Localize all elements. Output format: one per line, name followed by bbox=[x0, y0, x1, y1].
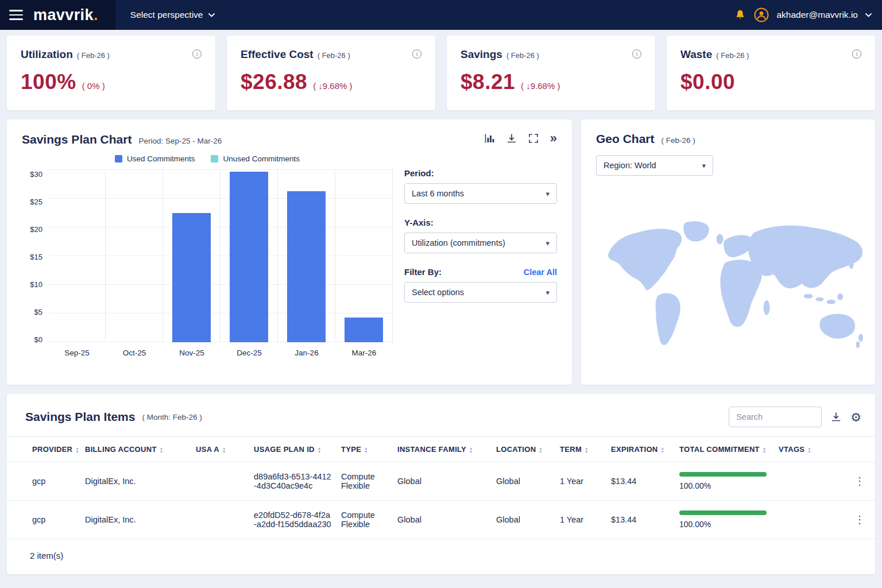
column-header-type[interactable]: TYPE▲▼ bbox=[336, 437, 393, 462]
kpi-delta: ( ↓9.68% ) bbox=[313, 81, 352, 91]
chart-bar[interactable] bbox=[230, 172, 268, 342]
items-table-title: Savings Plan Items bbox=[25, 410, 135, 424]
column-header-usage-account[interactable]: USA A▲▼ bbox=[191, 437, 249, 462]
column-header-expiration[interactable]: EXPIRATION▲▼ bbox=[606, 437, 675, 462]
cell-total-commitment: 100.00% bbox=[675, 462, 774, 501]
row-menu-icon[interactable]: ⋮ bbox=[854, 475, 865, 487]
column-header-instance-family[interactable]: INSTANCE FAMILY▲▼ bbox=[393, 437, 492, 462]
table-header-row: PROVIDER▲▼ BILLING ACCOUNT▲▼ USA A▲▼ USA… bbox=[7, 437, 875, 462]
chart-title: Savings Plan Chart bbox=[22, 133, 131, 146]
chart-bar[interactable] bbox=[172, 213, 211, 342]
commitment-percent-label: 100.00% bbox=[679, 481, 769, 490]
y-tick-label: $15 bbox=[30, 254, 42, 261]
app-logo[interactable]: mavvrik. bbox=[33, 6, 98, 24]
column-header-vtags[interactable]: VTAGS▲▼ bbox=[774, 437, 844, 462]
x-tick-label: Jan-26 bbox=[278, 349, 335, 357]
sort-icon[interactable]: ▲▼ bbox=[222, 447, 226, 454]
kpi-card-utilization: Utilization( Feb-26 ) i 100%( 0% ) bbox=[7, 36, 215, 110]
perspective-selector[interactable]: Select perspective bbox=[130, 10, 215, 20]
user-email[interactable]: akhader@mavvrik.io bbox=[776, 10, 858, 20]
notifications-bell-icon[interactable] bbox=[734, 9, 746, 21]
cell-billing-account: DigitalEx, Inc. bbox=[80, 501, 191, 539]
row-menu-icon[interactable]: ⋮ bbox=[854, 514, 865, 525]
column-header-total-commitment[interactable]: TOTAL COMMITMENT▲▼ bbox=[675, 437, 774, 462]
chart-body: Used Commitments Unused Commitments $30$… bbox=[22, 154, 557, 357]
column-header-actions bbox=[844, 437, 875, 462]
info-icon[interactable]: i bbox=[632, 49, 641, 59]
chart-bar[interactable] bbox=[345, 318, 383, 342]
cell-total-commitment: 100.00% bbox=[675, 501, 774, 539]
sort-icon[interactable]: ▲▼ bbox=[469, 447, 473, 454]
sort-icon[interactable]: ▲▼ bbox=[364, 447, 368, 454]
top-navbar: mavvrik. Select perspective akhader@mavv… bbox=[0, 0, 882, 30]
fullscreen-icon[interactable] bbox=[528, 133, 539, 144]
menu-icon[interactable] bbox=[9, 10, 23, 20]
cell-billing-account: DigitalEx, Inc. bbox=[80, 462, 191, 501]
cell-expiration: $13.44 bbox=[606, 462, 675, 501]
legend-item-used[interactable]: Used Commitments bbox=[115, 154, 195, 163]
clear-all-link[interactable]: Clear All bbox=[524, 268, 557, 277]
info-icon[interactable]: i bbox=[852, 49, 861, 59]
kpi-value: $8.21 bbox=[461, 70, 515, 94]
chevron-down-icon[interactable] bbox=[865, 13, 872, 17]
chevron-down-icon: ▾ bbox=[546, 288, 550, 297]
commitment-percent-label: 100.00% bbox=[679, 520, 769, 529]
chart-x-axis: Sep-25Oct-25Nov-25Dec-25Jan-26Mar-26 bbox=[48, 349, 393, 357]
period-select[interactable]: Last 6 months▾ bbox=[404, 183, 557, 204]
sort-icon[interactable]: ▲▼ bbox=[807, 447, 811, 454]
yaxis-select[interactable]: Utilization (commitments)▾ bbox=[404, 233, 557, 253]
chevron-down-icon: ▾ bbox=[702, 161, 706, 170]
sort-icon[interactable]: ▲▼ bbox=[585, 447, 589, 454]
info-icon[interactable]: i bbox=[192, 49, 202, 59]
download-icon[interactable] bbox=[831, 412, 841, 422]
column-header-usage-plan-id[interactable]: USAGE PLAN ID▲▼ bbox=[249, 437, 336, 462]
chart-category-slot bbox=[105, 170, 163, 342]
logo-dot: . bbox=[94, 6, 98, 24]
legend-swatch-used bbox=[115, 155, 122, 163]
chart-bar[interactable] bbox=[287, 191, 326, 342]
kpi-head: Effective Cost( Feb-26 ) bbox=[241, 48, 421, 61]
sort-icon[interactable]: ▲▼ bbox=[160, 447, 164, 454]
items-count: 2 item(s) bbox=[7, 539, 875, 568]
chart-category-slot bbox=[277, 170, 335, 342]
download-icon[interactable] bbox=[506, 133, 517, 144]
column-header-location[interactable]: LOCATION▲▼ bbox=[492, 437, 555, 462]
sort-icon[interactable]: ▲▼ bbox=[318, 447, 322, 454]
legend-label: Unused Commitments bbox=[223, 154, 300, 163]
filter-select[interactable]: Select options▾ bbox=[404, 282, 557, 303]
cell-usage-account bbox=[191, 462, 249, 501]
user-avatar[interactable] bbox=[754, 7, 769, 22]
search-input[interactable] bbox=[729, 407, 822, 427]
cell-location: Global bbox=[492, 501, 555, 539]
filter-select-value: Select options bbox=[412, 288, 464, 297]
kpi-delta: ( ↓9.68% ) bbox=[521, 81, 560, 91]
sort-icon[interactable]: ▲▼ bbox=[661, 447, 665, 454]
info-icon[interactable]: i bbox=[412, 49, 421, 59]
commitment-progress-bar bbox=[679, 472, 767, 477]
sort-icon[interactable]: ▲▼ bbox=[763, 447, 767, 454]
cell-type: Compute Flexible bbox=[336, 462, 393, 501]
chart-type-icon[interactable] bbox=[485, 133, 495, 144]
collapse-panel-icon[interactable]: » bbox=[550, 132, 557, 145]
gear-icon[interactable]: ⚙ bbox=[850, 411, 861, 423]
column-header-term[interactable]: TERM▲▼ bbox=[555, 437, 606, 462]
chart-zone: Used Commitments Unused Commitments $30$… bbox=[22, 154, 404, 357]
geo-card-header: Geo Chart ( Feb-26 ) bbox=[596, 132, 860, 146]
kpi-period: ( Feb-26 ) bbox=[506, 51, 539, 60]
y-tick-label: $30 bbox=[30, 171, 42, 178]
chart-cells bbox=[48, 170, 393, 342]
legend-item-unused[interactable]: Unused Commitments bbox=[211, 154, 300, 163]
chart-controls: Period: Last 6 months▾ Y-Axis: Utilizati… bbox=[404, 154, 557, 357]
kpi-head: Waste( Feb-26 ) bbox=[680, 48, 861, 61]
middle-row: Savings Plan Chart Period: Sep-25 - Mar-… bbox=[0, 115, 882, 389]
savings-plan-chart-card: Savings Plan Chart Period: Sep-25 - Mar-… bbox=[7, 119, 572, 385]
cell-provider: gcp bbox=[7, 501, 80, 539]
column-header-provider[interactable]: PROVIDER▲▼ bbox=[7, 437, 80, 462]
x-tick-label: Oct-25 bbox=[106, 349, 163, 357]
sort-icon[interactable]: ▲▼ bbox=[539, 447, 543, 454]
kpi-head: Savings( Feb-26 ) bbox=[461, 48, 641, 61]
sort-icon[interactable]: ▲▼ bbox=[75, 447, 79, 454]
column-header-billing-account[interactable]: BILLING ACCOUNT▲▼ bbox=[80, 437, 191, 462]
region-select[interactable]: Region: World▾ bbox=[596, 155, 713, 176]
chart-card-header: Savings Plan Chart Period: Sep-25 - Mar-… bbox=[22, 132, 557, 146]
